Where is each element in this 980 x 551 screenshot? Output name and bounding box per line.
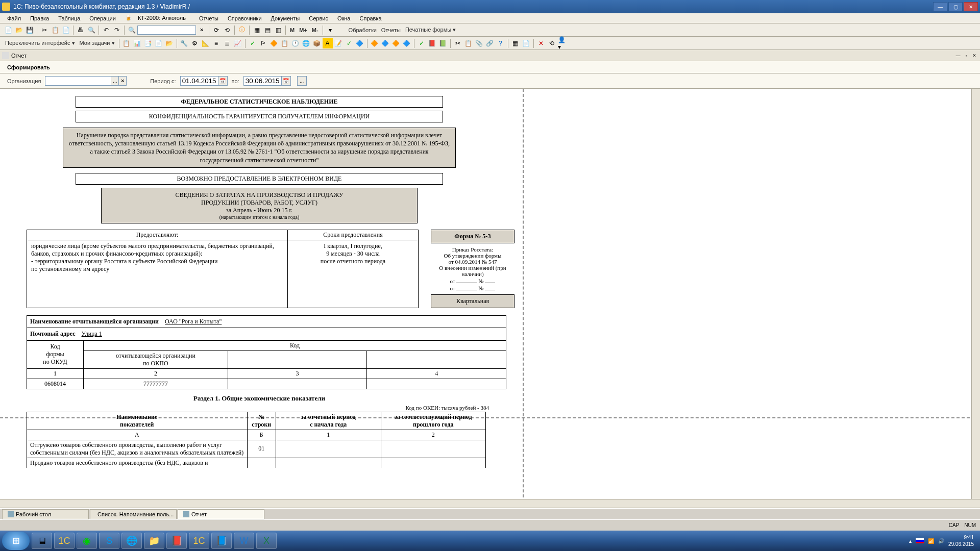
menu-documents[interactable]: Документы [267,14,304,22]
menu-file[interactable]: Файл [3,14,25,22]
ti21[interactable]: ✓ [344,38,354,48]
horizontal-scrollbar[interactable] [0,499,980,508]
tray-clock[interactable]: 9:41 29.06.2015 [948,534,974,547]
open-icon[interactable]: 📂 [14,25,24,35]
ti38[interactable]: 👤▾ [557,38,568,48]
ti27[interactable]: ✓ [416,38,427,48]
start-button[interactable]: ⊞ [2,532,30,550]
cut-icon[interactable]: ✂ [39,25,50,35]
switch-interface[interactable]: Переключить интерфейс ▾ [3,40,77,46]
tb-app2-icon[interactable]: 📘 [211,533,232,549]
close-button[interactable]: ✕ [964,2,978,11]
tab-restore[interactable]: ▫ [963,52,970,59]
ti33[interactable]: 🔗 [485,38,495,48]
print-icon[interactable]: 🖶 [76,25,86,35]
preview-icon[interactable]: 🔍 [86,25,96,35]
ti30[interactable]: ✂ [453,38,463,48]
org-input[interactable] [45,76,111,86]
ti20[interactable]: 📝 [333,38,344,48]
tab-minimize[interactable]: — [954,52,962,59]
tb-1c2-icon[interactable]: 1С [189,533,209,549]
ti15[interactable]: 📋 [280,38,290,48]
ti11[interactable]: 📈 [233,38,243,48]
m-button[interactable]: M [288,27,297,33]
ti24[interactable]: 🔷 [380,38,390,48]
ti19[interactable]: A [323,38,333,48]
clear-search-icon[interactable]: ✕ [197,25,207,35]
menu-kt2000[interactable]: 🍺 КТ-2000: Алкоголь [121,14,194,22]
dropdown-icon[interactable]: ▾ [325,25,335,35]
ti14[interactable]: 🔶 [269,38,279,48]
ti28[interactable]: 📕 [427,38,437,48]
printforms-link[interactable]: Печатные формы ▾ [403,27,458,33]
tray-up-icon[interactable]: ▴ [909,538,912,544]
redo-icon[interactable]: ↷ [112,25,122,35]
tray-flag-icon[interactable] [916,538,924,543]
info-icon[interactable]: ⓘ [237,25,247,35]
my-tasks[interactable]: Мои задачи ▾ [78,40,117,46]
menu-table[interactable]: Таблица [54,14,84,22]
help-icon[interactable]: ? [496,38,506,48]
tb-chrome-icon[interactable]: 🌐 [121,533,142,549]
tray-vol-icon[interactable]: 🔊 [938,538,944,544]
form-button[interactable]: Сформировать [4,63,53,71]
vertical-scrollbar[interactable] [971,89,980,508]
minimize-button[interactable]: — [933,2,947,11]
ti35[interactable]: 📄 [521,38,531,48]
ti25[interactable]: 🔶 [391,38,401,48]
tb-folder-icon[interactable]: 📁 [144,533,164,549]
tb-excel-icon[interactable]: X [256,533,277,549]
maximize-button[interactable]: ▢ [948,2,963,11]
menu-directories[interactable]: Справочники [224,14,266,22]
ti2[interactable]: 📊 [132,38,142,48]
tb-1c-icon[interactable]: 1С [54,533,75,549]
menu-edit[interactable]: Правка [26,14,53,22]
ti32[interactable]: 📎 [474,38,484,48]
menu-windows[interactable]: Окна [333,14,355,22]
ti29[interactable]: 📗 [438,38,448,48]
ti9[interactable]: ≡ [211,38,222,48]
ti37[interactable]: ⟲ [547,38,557,48]
tool-icon-1[interactable]: ▦ [252,25,262,35]
ti23[interactable]: 🔶 [370,38,380,48]
menu-help[interactable]: Справка [355,14,385,22]
tb-word-icon[interactable]: W [234,533,254,549]
menu-operations[interactable]: Операции [85,14,119,22]
tool-icon-2[interactable]: ▤ [262,25,273,35]
tb-app1-icon[interactable]: ◉ [77,533,97,549]
wintab-reminder[interactable]: Список. Напоминание поль... [90,509,177,519]
tb-pdf-icon[interactable]: 📕 [166,533,187,549]
tab-close[interactable]: ✕ [971,52,978,59]
copy-icon[interactable]: 📋 [50,25,60,35]
ti13[interactable]: 🏳 [258,38,268,48]
ti10[interactable]: ≣ [222,38,232,48]
ti4[interactable]: 📄 [154,38,164,48]
org-select-button[interactable]: ... [111,76,119,86]
ti18[interactable]: 📦 [312,38,322,48]
refresh-icon[interactable]: ⟳ [211,25,222,35]
mminus-button[interactable]: M- [310,27,321,33]
calendar-to-icon[interactable]: 📅 [281,76,291,86]
menu-service[interactable]: Сервис [305,14,332,22]
paste-icon[interactable]: 📄 [61,25,71,35]
search-input[interactable] [137,26,196,35]
ti6[interactable]: 🔧 [179,38,189,48]
ti31[interactable]: 📋 [463,38,474,48]
ti3[interactable]: 📑 [143,38,153,48]
tool-icon-3[interactable]: ▥ [273,25,283,35]
undo-icon[interactable]: ↶ [101,25,111,35]
calendar-from-icon[interactable]: 📅 [218,76,228,86]
new-icon[interactable]: 📄 [3,25,13,35]
ti1[interactable]: 📋 [121,38,132,48]
ti16[interactable]: 🕐 [290,38,301,48]
search-icon[interactable]: 🔍 [127,25,137,35]
mplus-button[interactable]: M+ [297,27,309,33]
date-from-input[interactable] [180,76,218,86]
menu-reports[interactable]: Отчеты [195,14,223,22]
tb-skype-icon[interactable]: S [99,533,119,549]
ti7[interactable]: ⚙ [190,38,200,48]
period-select-button[interactable]: ... [297,76,307,86]
ti34[interactable]: ▦ [510,38,521,48]
tray-net-icon[interactable]: 📶 [928,538,934,544]
date-to-input[interactable] [243,76,282,86]
